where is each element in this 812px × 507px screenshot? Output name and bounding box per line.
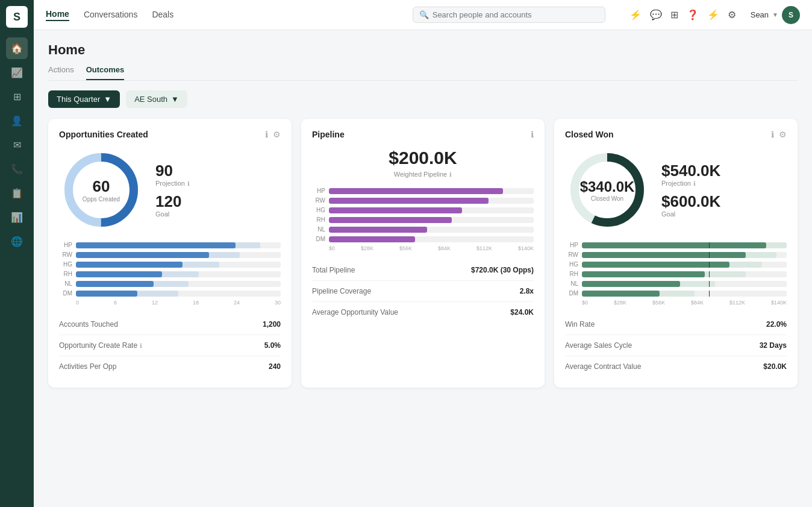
- activity-icon[interactable]: ⚡: [629, 9, 642, 20]
- card-header-opp: Opportunities Created ℹ ⚙: [59, 130, 281, 139]
- info-icon-pipeline[interactable]: ℹ: [531, 130, 534, 139]
- donut-value-opp: 60: [83, 177, 120, 196]
- tab-actions[interactable]: Actions: [48, 65, 74, 80]
- card-header-icons-opp: ℹ ⚙: [265, 130, 281, 139]
- quarter-filter[interactable]: This Quarter ▼: [48, 90, 120, 108]
- card-title-opp: Opportunities Created: [59, 130, 148, 139]
- bar-row-hg: HG: [59, 261, 281, 268]
- stat-avg-contract-value: Average Contract Value $20.0K: [565, 356, 787, 377]
- main-content: Home Conversations Deals 🔍 ⚡ 💬 ⊞ ❓ ⚡ ⚙ S…: [34, 0, 812, 507]
- card-header-pipeline: Pipeline ℹ: [312, 130, 534, 139]
- donut-sublabel-opp: Opps Created: [83, 196, 120, 203]
- chat-icon[interactable]: 💬: [650, 9, 662, 20]
- info-icon-proj: ℹ: [187, 180, 190, 187]
- cw-chart-top: $340.0K Closed Won $540.0K Projection ℹ: [565, 148, 787, 232]
- cw-bar-hg: HG: [565, 261, 787, 268]
- help-icon[interactable]: ❓: [687, 9, 699, 20]
- cw-donut-label: $340.0K Closed Won: [580, 178, 635, 202]
- pipeline-bar-chart: HP RW HG: [312, 187, 534, 251]
- gear-icon[interactable]: ⚙: [273, 130, 281, 139]
- cw-bar-hp: HP: [565, 242, 787, 248]
- cw-sublabel: Closed Won: [580, 195, 635, 202]
- opp-chart-top: 60 Opps Created 90 Projection ℹ: [59, 148, 281, 232]
- chevron-down-icon: ▼: [171, 95, 179, 104]
- quarter-filter-label: This Quarter: [57, 95, 100, 104]
- tab-row: Actions Outcomes: [48, 65, 798, 81]
- cards-row: Opportunities Created ℹ ⚙: [48, 119, 798, 388]
- card-header-cw: Closed Won ℹ ⚙: [565, 130, 787, 139]
- bar-row-rh: RH: [59, 271, 281, 277]
- page-title: Home: [48, 42, 798, 58]
- search-bar[interactable]: 🔍: [413, 7, 605, 23]
- apps-icon[interactable]: ⊞: [670, 9, 678, 20]
- donut-label-opp: 60 Opps Created: [83, 177, 120, 203]
- chevron-down-icon: ▼: [104, 95, 111, 104]
- stat-win-rate: Win Rate 22.0%: [565, 314, 787, 335]
- card-header-icons-pipeline: ℹ: [531, 130, 534, 139]
- sidebar-icon-users[interactable]: 👤: [6, 110, 28, 131]
- sidebar: S 🏠 📈 ⊞ 👤 ✉ 📞 📋 📊 🌐: [0, 0, 34, 507]
- info-icon-wp: ℹ: [449, 171, 452, 178]
- sidebar-icon-tasks[interactable]: 📋: [6, 182, 28, 204]
- search-input[interactable]: [433, 10, 599, 19]
- pipeline-bar-hg: HG: [312, 207, 534, 213]
- cw-goal-value: $600.0K: [661, 193, 720, 210]
- page-body: Home Actions Outcomes This Quarter ▼ AE …: [34, 30, 812, 507]
- search-icon: 🔍: [419, 10, 429, 19]
- pipeline-bar-dm: DM: [312, 236, 534, 242]
- top-navigation: Home Conversations Deals 🔍 ⚡ 💬 ⊞ ❓ ⚡ ⚙ S…: [34, 0, 812, 30]
- stat-accounts-touched: Accounts Touched 1,200: [59, 314, 281, 335]
- sidebar-icon-mail[interactable]: ✉: [6, 134, 28, 156]
- sidebar-icon-home[interactable]: 🏠: [6, 37, 28, 59]
- cw-bar-axis: $0$28K$56K$84K$112K$140K: [565, 300, 787, 306]
- nav-deals[interactable]: Deals: [152, 10, 173, 20]
- sidebar-icon-reports[interactable]: 📊: [6, 206, 28, 228]
- bar-row-dm: DM: [59, 290, 281, 297]
- stat-pipeline-coverage: Pipeline Coverage 2.8x: [312, 281, 534, 302]
- pipeline-value: $200.0K: [389, 148, 457, 168]
- cw-bar-chart: HP RW: [565, 242, 787, 306]
- info-icon[interactable]: ℹ: [265, 130, 268, 139]
- region-filter-label: AE South: [134, 95, 167, 104]
- opp-goal-stat: 120 Goal: [155, 193, 190, 218]
- card-opportunities-created: Opportunities Created ℹ ⚙: [48, 119, 292, 388]
- sidebar-icon-globe[interactable]: 🌐: [6, 230, 28, 252]
- cw-donut: $340.0K Closed Won: [565, 148, 649, 232]
- pipeline-bar-nl: NL: [312, 226, 534, 233]
- sidebar-icon-analytics[interactable]: 📈: [6, 61, 28, 83]
- card-title-cw: Closed Won: [565, 130, 614, 139]
- pipeline-bar-axis: $0$28K$56K$84K$112K$140K: [312, 245, 534, 251]
- opp-goal-label: Goal: [155, 210, 190, 218]
- sidebar-icon-grid[interactable]: ⊞: [6, 86, 28, 107]
- bar-row-nl: NL: [59, 280, 281, 287]
- opp-projection-value: 90: [155, 162, 190, 180]
- avatar: S: [782, 6, 800, 24]
- nav-cadence[interactable]: Home: [46, 9, 69, 21]
- pipeline-bar-rw: RW: [312, 197, 534, 204]
- info-icon-rate: ℹ: [140, 342, 142, 349]
- stat-total-pipeline: Total Pipeline $720.0K (30 Opps): [312, 260, 534, 281]
- region-filter[interactable]: AE South ▼: [126, 90, 187, 108]
- opp-donut-stats: 90 Projection ℹ 120 Goal: [155, 162, 190, 217]
- stat-avg-sales-cycle: Average Sales Cycle 32 Days: [565, 335, 787, 356]
- nav-conversations[interactable]: Conversations: [84, 10, 138, 20]
- tab-outcomes[interactable]: Outcomes: [86, 65, 125, 80]
- stat-activities-per-opp: Activities Per Opp 240: [59, 356, 281, 377]
- lightning-icon[interactable]: ⚡: [707, 9, 719, 20]
- card-title-pipeline: Pipeline: [312, 130, 345, 139]
- sidebar-icon-phone[interactable]: 📞: [6, 158, 28, 180]
- cw-goal-stat: $600.0K Goal: [661, 193, 720, 218]
- opp-donut: 60 Opps Created: [59, 148, 143, 232]
- cw-projection-label: Projection ℹ: [661, 180, 720, 187]
- cw-projection-value: $540.0K: [661, 162, 720, 180]
- cw-goal-label: Goal: [661, 210, 720, 218]
- stat-avg-opp-value: Average Opportunity Value $24.0K: [312, 302, 534, 323]
- user-name: Sean: [751, 10, 769, 19]
- pipeline-label: Weighted Pipeline ℹ: [394, 171, 452, 178]
- cw-bar-nl: NL: [565, 280, 787, 287]
- settings-icon[interactable]: ⚙: [728, 9, 736, 20]
- chevron-down-icon: ▼: [772, 11, 778, 18]
- user-area[interactable]: Sean ▼ S: [751, 6, 800, 24]
- info-icon-cw[interactable]: ℹ: [771, 130, 774, 139]
- gear-icon-cw[interactable]: ⚙: [779, 130, 787, 139]
